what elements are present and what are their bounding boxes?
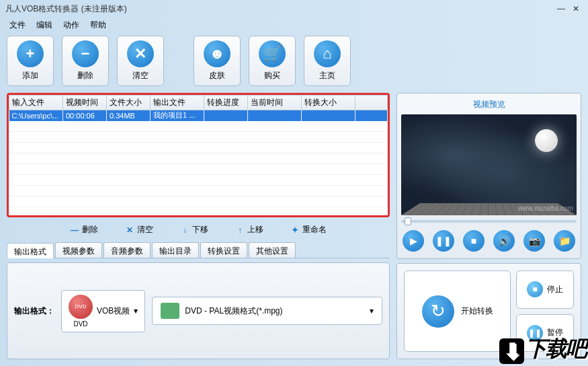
page-watermark: ⬇下载吧 [499,334,586,364]
list-clear-button[interactable]: ✕清空 [125,224,153,235]
th-output[interactable]: 输出文件 [151,96,204,110]
seek-slider[interactable] [401,215,577,227]
play-button[interactable]: ▶ [403,230,424,252]
stop-button[interactable]: ■ [463,230,485,252]
refresh-icon: ↻ [422,295,454,328]
stop-icon: ■ [527,281,543,297]
stop-icon: ■ [471,235,476,246]
tab-audio-params[interactable]: 音频参数 [103,242,151,258]
cart-icon: 🛒 [259,40,286,67]
minus-icon: — [70,225,79,235]
menu-help[interactable]: 帮助 [86,18,110,32]
moon-icon [535,129,558,152]
output-format-label: 输出格式： [14,305,54,317]
th-progress[interactable]: 转换进度 [204,96,248,110]
tab-output-format[interactable]: 输出格式 [7,243,54,258]
preview-watermark: www.xiazaiba.com [518,205,573,212]
play-icon: ▶ [410,235,417,246]
tab-video-params[interactable]: 视频参数 [55,242,102,258]
clear-button[interactable]: ✕清空 [117,36,164,86]
arrow-up-icon: ↑ [235,225,245,235]
minus-icon: − [72,40,99,67]
tab-other-settings[interactable]: 其他设置 [249,242,296,258]
chevron-down-icon: ▾ [370,306,374,316]
list-delete-button[interactable]: —删除 [70,224,98,235]
snapshot-button[interactable]: 📷 [523,230,545,252]
plus-icon: + [17,40,44,67]
menu-action[interactable]: 动作 [59,18,83,32]
vob-format-button[interactable]: DVD DVD VOB视频 ▾ [61,290,145,332]
close-button[interactable]: ✕ [569,3,583,14]
pause-icon: ❚❚ [435,235,452,246]
folder-icon: 📁 [559,235,571,246]
th-outsize[interactable]: 转换大小 [302,96,355,110]
tab-convert-settings[interactable]: 转换设置 [200,242,247,258]
pause-button[interactable]: ❚❚ [433,230,454,252]
list-up-button[interactable]: ↑上移 [235,224,263,235]
home-button[interactable]: ⌂主页 [304,36,351,86]
menu-file[interactable]: 文件 [5,18,30,32]
th-curtime[interactable]: 当前时间 [248,96,302,110]
open-folder-button[interactable]: 📁 [554,230,575,252]
menu-edit[interactable]: 编辑 [32,18,56,32]
x-icon: ✕ [127,40,154,67]
volume-button[interactable]: 🔊 [493,230,515,252]
buy-button[interactable]: 🛒购买 [249,36,296,86]
chevron-down-icon: ▾ [134,306,138,316]
file-table[interactable]: 输入文件 视频时间 文件大小 输出文件 转换进度 当前时间 转换大小 C:\Us… [7,93,390,217]
add-button[interactable]: +添加 [7,36,54,86]
smile-icon: ☻ [204,40,230,67]
rename-icon: ✦ [290,225,300,235]
preview-title: 视频预览 [401,98,577,114]
start-convert-button[interactable]: ↻ 开始转换 [404,270,511,352]
video-preview[interactable]: www.xiazaiba.com [401,114,577,215]
speaker-icon: 🔊 [499,235,510,246]
th-vtime[interactable]: 视频时间 [63,96,107,110]
table-row[interactable]: C:\Users\pc\... 00:00:06 0.34MB 我的项目1 ..… [9,110,388,121]
list-rename-button[interactable]: ✦重命名 [290,224,327,235]
mpg-format-button[interactable]: DVD - PAL视频格式(*.mpg) ▾ [152,297,382,325]
skin-button[interactable]: ☻皮肤 [194,36,241,86]
minimize-button[interactable]: — [554,3,568,14]
tab-output-dir[interactable]: 输出目录 [152,242,199,258]
th-fsize[interactable]: 文件大小 [107,96,151,110]
box-icon [161,303,179,319]
delete-button[interactable]: −删除 [62,36,109,86]
stop-convert-button[interactable]: ■停止 [516,270,574,309]
dvd-icon: DVD [69,295,93,319]
th-input[interactable]: 输入文件 [9,96,63,110]
camera-icon: 📷 [529,235,540,246]
arrow-down-icon: ↓ [180,225,190,235]
window-title: 凡人VOB格式转换器 (未注册版本) [5,3,127,15]
home-icon: ⌂ [314,40,341,67]
x-icon: ✕ [125,225,134,235]
list-down-button[interactable]: ↓下移 [180,224,208,235]
